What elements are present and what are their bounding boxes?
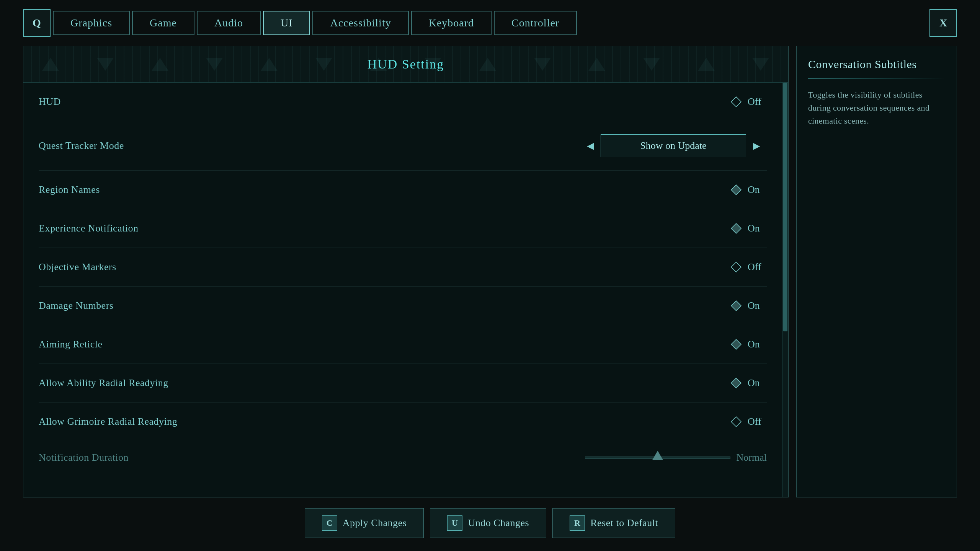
notification-duration-value: Normal: [737, 452, 767, 463]
setting-allow-ability-radial-label: Allow Ability Radial Readying: [39, 377, 168, 389]
region-names-toggle[interactable]: On: [730, 184, 767, 196]
reset-to-default-label: Reset to Default: [590, 517, 658, 529]
selector-next-arrow[interactable]: ▶: [746, 136, 767, 156]
notification-duration-slider[interactable]: [585, 456, 730, 459]
allow-ability-radial-toggle-icon: [730, 377, 742, 389]
reset-to-default-button[interactable]: R Reset to Default: [552, 508, 675, 538]
undo-changes-label: Undo Changes: [468, 517, 529, 529]
panel-header: HUD Setting: [23, 46, 788, 83]
tab-game[interactable]: Game: [132, 11, 194, 35]
hud-toggle[interactable]: Off: [730, 96, 767, 108]
deco-tri-10: [534, 58, 551, 71]
setting-experience-notification-label: Experience Notification: [39, 223, 139, 234]
deco-tri-12: [643, 58, 660, 71]
setting-quest-tracker-control[interactable]: ◀ Show on Update ▶: [580, 134, 767, 157]
bottom-bar: C Apply Changes U Undo Changes R Reset t…: [0, 497, 980, 546]
setting-objective-markers-label: Objective Markers: [39, 261, 116, 273]
aiming-reticle-toggle-icon: [730, 338, 742, 350]
setting-hud-control[interactable]: Off: [730, 96, 767, 108]
tab-controller[interactable]: Controller: [494, 11, 577, 35]
selector-value-box[interactable]: Show on Update: [601, 134, 746, 157]
setting-quest-tracker: Quest Tracker Mode ◀ Show on Update ▶: [39, 121, 767, 171]
damage-numbers-toggle-value: On: [748, 300, 767, 311]
apply-changes-button[interactable]: C Apply Changes: [305, 508, 424, 538]
slider-handle[interactable]: [652, 451, 663, 460]
allow-ability-radial-toggle[interactable]: On: [730, 377, 767, 389]
settings-list-container: HUD Off Quest Tra: [23, 83, 788, 497]
tab-audio[interactable]: Audio: [197, 11, 261, 35]
region-names-toggle-icon: [730, 184, 742, 196]
deco-tri-6: [315, 58, 332, 71]
setting-notification-duration-label: Notification Duration: [39, 452, 129, 463]
objective-markers-toggle-icon: [730, 261, 742, 273]
quick-access-left-button[interactable]: Q: [23, 9, 51, 37]
setting-aiming-reticle-control[interactable]: On: [730, 338, 767, 350]
setting-objective-markers-control[interactable]: Off: [730, 261, 767, 273]
quest-tracker-selector[interactable]: ◀ Show on Update ▶: [580, 134, 767, 157]
tab-accessibility[interactable]: Accessibility: [312, 11, 408, 35]
info-panel-title: Conversation Subtitles: [808, 58, 945, 71]
setting-allow-grimoire-radial: Allow Grimoire Radial Readying Off: [39, 403, 767, 441]
damage-numbers-toggle[interactable]: On: [730, 300, 767, 312]
setting-experience-notification: Experience Notification On: [39, 209, 767, 248]
setting-notification-duration: Notification Duration Normal: [39, 441, 767, 474]
deco-tri-9: [479, 58, 496, 71]
setting-aiming-reticle-label: Aiming Reticle: [39, 339, 103, 350]
hud-toggle-icon: [730, 96, 742, 108]
deco-tri-3: [152, 58, 168, 71]
experience-notification-toggle-icon: [730, 222, 742, 235]
deco-tri-2: [97, 58, 114, 71]
scrollbar-thumb[interactable]: [783, 83, 787, 331]
aiming-reticle-toggle-value: On: [748, 339, 767, 350]
objective-markers-toggle-value: Off: [748, 261, 767, 273]
setting-hud: HUD Off: [39, 83, 767, 121]
info-panel-description: Toggles the visibility of subtitles duri…: [808, 88, 945, 127]
experience-notification-toggle-value: On: [748, 223, 767, 234]
setting-region-names-label: Region Names: [39, 184, 100, 196]
settings-panel: HUD Setting HUD Off: [23, 46, 789, 497]
scrollbar-track[interactable]: [782, 83, 788, 497]
setting-notification-duration-control[interactable]: Normal: [585, 452, 767, 463]
deco-tri-5: [261, 58, 278, 71]
setting-damage-numbers-control[interactable]: On: [730, 300, 767, 312]
deco-tri-11: [588, 58, 605, 71]
setting-damage-numbers-label: Damage Numbers: [39, 300, 113, 311]
panel-title: HUD Setting: [368, 57, 444, 71]
objective-markers-toggle[interactable]: Off: [730, 261, 767, 273]
setting-experience-notification-control[interactable]: On: [730, 222, 767, 235]
setting-allow-ability-radial: Allow Ability Radial Readying On: [39, 364, 767, 403]
tab-graphics[interactable]: Graphics: [53, 11, 130, 35]
region-names-toggle-value: On: [748, 184, 767, 196]
experience-notification-toggle[interactable]: On: [730, 222, 767, 235]
main-layout: HUD Setting HUD Off: [0, 46, 980, 497]
deco-tri-14: [752, 58, 769, 71]
deco-tri-13: [698, 58, 715, 71]
quest-tracker-value: Show on Update: [640, 140, 706, 151]
setting-region-names-control[interactable]: On: [730, 184, 767, 196]
tab-ui[interactable]: UI: [263, 11, 310, 35]
setting-region-names: Region Names On: [39, 171, 767, 209]
top-nav: Q Graphics Game Audio UI Accessibility K…: [0, 0, 980, 46]
info-panel-divider: [808, 78, 945, 79]
setting-damage-numbers: Damage Numbers On: [39, 287, 767, 325]
settings-list: HUD Off Quest Tra: [23, 83, 782, 497]
tab-keyboard[interactable]: Keyboard: [411, 11, 492, 35]
aiming-reticle-toggle[interactable]: On: [730, 338, 767, 350]
setting-allow-grimoire-radial-control[interactable]: Off: [730, 416, 767, 428]
apply-changes-label: Apply Changes: [343, 517, 407, 529]
setting-allow-ability-radial-control[interactable]: On: [730, 377, 767, 389]
undo-changes-button[interactable]: U Undo Changes: [430, 508, 546, 538]
damage-numbers-toggle-icon: [730, 300, 742, 312]
allow-grimoire-radial-toggle[interactable]: Off: [730, 416, 767, 428]
setting-objective-markers: Objective Markers Off: [39, 248, 767, 287]
setting-quest-tracker-label: Quest Tracker Mode: [39, 140, 124, 152]
deco-tri-4: [206, 58, 223, 71]
setting-hud-label: HUD: [39, 96, 61, 108]
setting-aiming-reticle: Aiming Reticle On: [39, 325, 767, 364]
info-panel: Conversation Subtitles Toggles the visib…: [796, 46, 957, 497]
allow-grimoire-radial-toggle-value: Off: [748, 416, 767, 427]
selector-prev-arrow[interactable]: ◀: [580, 136, 601, 156]
hud-toggle-value: Off: [748, 96, 767, 108]
close-button[interactable]: X: [929, 9, 957, 37]
reset-key-badge: R: [570, 515, 585, 531]
